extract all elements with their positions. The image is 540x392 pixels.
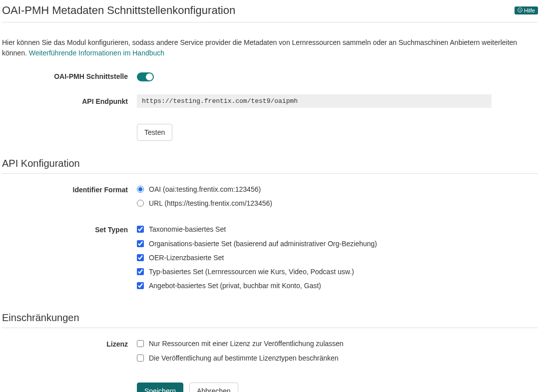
cancel-button[interactable]: Abbrechen [189, 383, 238, 392]
license-checkbox-only-licensed[interactable] [137, 340, 144, 347]
interface-toggle[interactable] [137, 72, 154, 81]
endpoint-value: https://testing.frentix.com/test9/oaipmh [137, 94, 492, 108]
toggle-knob [146, 73, 153, 80]
help-button[interactable]: ? Hilfe [515, 6, 538, 14]
help-icon: ? [518, 7, 523, 13]
intro-handbook-link[interactable]: Weiterführende Informationen im Handbuch [29, 49, 164, 57]
license-option-label[interactable]: Die Veröffentlichung auf bestimmte Lizen… [149, 354, 339, 363]
license-option-label[interactable]: Nur Ressourcen mit einer Lizenz zur Verö… [149, 339, 344, 348]
license-label: Lizenz [2, 339, 137, 348]
set-type-checkbox-org[interactable] [137, 240, 144, 247]
identifier-format-option-label[interactable]: OAI (oai:testing.frentix.com:123456) [149, 185, 261, 194]
set-type-checkbox-offer[interactable] [137, 282, 144, 289]
endpoint-label: API Endpunkt [2, 94, 137, 105]
set-type-label[interactable]: Taxonomie-basiertes Set [149, 225, 226, 234]
interface-label: OAI-PMH Schnittstelle [2, 71, 137, 80]
restrictions-heading: Einschränkungen [2, 312, 538, 328]
set-types-label: Set Typen [2, 225, 137, 234]
api-config-heading: API Konfiguration [2, 158, 538, 174]
set-type-label[interactable]: OER-Lizenzbasierte Set [149, 253, 224, 262]
set-type-checkbox-oer[interactable] [137, 254, 144, 261]
set-type-checkbox-type[interactable] [137, 268, 144, 275]
intro-text: Hier können Sie das Modul konfigurieren,… [2, 37, 532, 58]
set-type-label[interactable]: Angebot-basiertes Set (privat, buchbar m… [149, 281, 321, 290]
set-type-checkbox-taxonomy[interactable] [137, 226, 144, 233]
identifier-format-radio-oai[interactable] [137, 186, 144, 193]
test-button[interactable]: Testen [137, 124, 172, 141]
identifier-format-option-label[interactable]: URL (https://testing.frentix.com/123456) [149, 199, 272, 208]
identifier-format-radio-url[interactable] [137, 200, 144, 207]
identifier-format-label: Identifier Format [2, 185, 137, 194]
page-title: OAI-PMH Metadaten Schnittstellenkonfigur… [2, 4, 235, 17]
set-type-label[interactable]: Organisations-basierte Set (basierend au… [149, 239, 377, 248]
svg-text:?: ? [519, 8, 521, 12]
license-checkbox-restrict-types[interactable] [137, 355, 144, 362]
set-type-label[interactable]: Typ-basiertes Set (Lernressourcen wie Ku… [149, 267, 354, 276]
help-label: Hilfe [524, 7, 535, 13]
save-button[interactable]: Speichern [137, 383, 183, 392]
